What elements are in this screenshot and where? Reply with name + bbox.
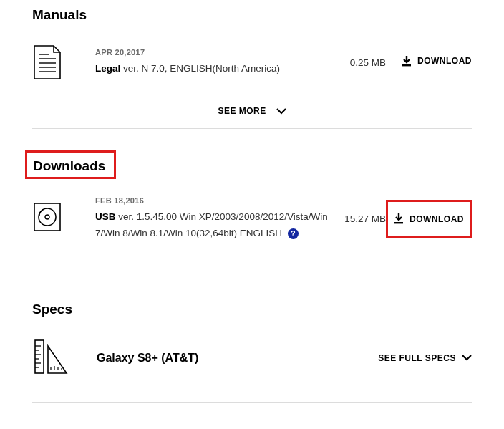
manual-date: APR 20,2017 [95, 48, 329, 57]
svg-rect-10 [35, 340, 44, 373]
download-date: FEB 18,2016 [95, 196, 329, 205]
help-icon[interactable]: ? [288, 228, 299, 239]
specs-row: Galaxy S8+ (AT&T) SEE FULL SPECS [32, 336, 472, 402]
chevron-down-icon [276, 107, 286, 117]
disc-icon [32, 199, 62, 235]
download-info: FEB 18,2016 USB ver. 1.5.45.00 Win XP/20… [95, 196, 329, 242]
svg-point-8 [45, 215, 49, 219]
specs-heading: Specs [32, 302, 472, 317]
manual-size: 0.25 MB [329, 57, 386, 68]
divider [32, 128, 472, 129]
download-button[interactable]: DOWNLOAD [386, 200, 472, 238]
downloads-heading: Downloads [33, 158, 105, 173]
see-full-specs-button[interactable]: SEE FULL SPECS [378, 353, 472, 363]
manuals-heading: Manuals [32, 7, 472, 23]
specs-icon [32, 336, 69, 380]
document-icon [32, 44, 62, 80]
downloads-heading-highlight: Downloads [25, 150, 116, 179]
download-desc: USB ver. 1.5.45.00 Win XP/2003/2008/2012… [95, 209, 329, 242]
see-more-button[interactable]: SEE MORE [32, 93, 472, 128]
manual-info: APR 20,2017 Legal ver. N 7.0, ENGLISH(No… [95, 48, 329, 77]
download-button[interactable]: DOWNLOAD [402, 56, 472, 67]
see-full-label: SEE FULL SPECS [378, 353, 456, 363]
download-label: DOWNLOAD [410, 214, 464, 224]
see-more-label: SEE MORE [218, 106, 266, 116]
download-icon [394, 213, 404, 224]
download-size: 15.27 MB [329, 213, 386, 224]
divider [32, 271, 472, 271]
svg-rect-5 [402, 64, 411, 66]
manual-desc: Legal ver. N 7.0, ENGLISH(North America) [95, 61, 329, 77]
divider [32, 402, 472, 403]
download-row: FEB 18,2016 USB ver. 1.5.45.00 Win XP/20… [32, 192, 472, 255]
download-icon [402, 56, 412, 67]
svg-rect-9 [394, 222, 403, 223]
manual-download-cell: DOWNLOAD [386, 56, 472, 69]
download-label: DOWNLOAD [417, 56, 472, 66]
specs-product-name: Galaxy S8+ (AT&T) [97, 352, 378, 365]
download-button-highlight: DOWNLOAD [386, 200, 472, 238]
chevron-down-icon [462, 353, 472, 363]
manual-row: APR 20,2017 Legal ver. N 7.0, ENGLISH(No… [32, 40, 472, 93]
